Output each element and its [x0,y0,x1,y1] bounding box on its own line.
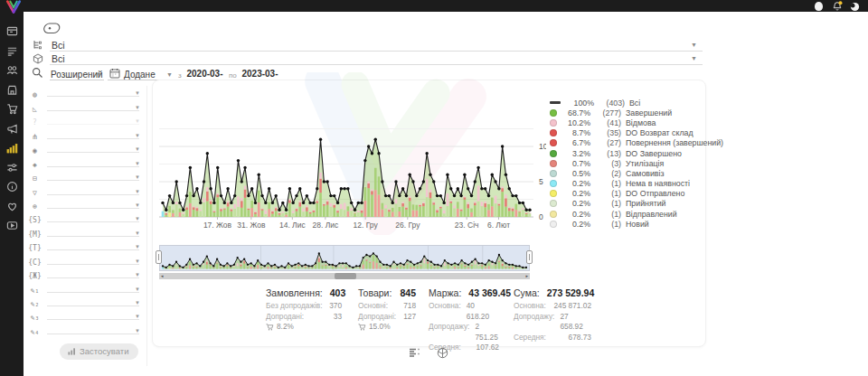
filter-row-payment[interactable]: ⊟▼ [24,170,146,183]
dropdown-caret-icon[interactable]: ▼ [135,258,140,264]
filter-input[interactable]: ▼ [47,284,139,293]
notifications-bell-icon[interactable] [832,1,843,12]
legend-item[interactable]: 0.2%(1)Прийнятий [550,199,723,209]
dropdown-caret-icon[interactable]: ▼ [135,174,140,180]
dropdown-caret-icon[interactable]: ▼ [135,314,140,319]
legend-item[interactable]: 10.2%(41)Відмова [550,118,723,127]
legend-item[interactable]: 6.7%(27)Повернення (завершений) [550,138,723,148]
sidebar-item-support[interactable] [0,197,24,217]
filter-input[interactable]: ▼ [47,297,139,306]
filter-input[interactable]: ▼ [47,186,139,195]
dropdown-caret-icon[interactable]: ▼ [135,300,140,306]
sidebar-item-customers[interactable] [0,61,24,80]
label-tag-icon[interactable] [40,22,63,35]
filter-input[interactable]: ▼ [47,228,139,237]
filter-row-custom-field-4[interactable]: ✎₄▼ [24,323,146,336]
sidebar-item-marketing[interactable] [0,119,24,139]
category-select-value[interactable]: Всі [52,40,65,51]
filter-input[interactable]: ▼ [47,102,139,111]
main-chart[interactable]: 051017. Жов31. Жов14. Лис28. Лис12. Гру2… [156,85,546,233]
filter-input[interactable]: ▼ [47,213,139,222]
app-logo-icon[interactable] [5,0,23,14]
legend-item[interactable]: 0.7%(3)Утилізація [550,158,723,168]
filter-row-var-m[interactable]: {M}▼ [24,225,146,239]
filter-input[interactable]: ▼ [47,241,139,250]
filter-input[interactable]: ▼ [47,311,139,320]
user-avatar-icon[interactable] [815,2,823,11]
legend-item[interactable]: 100%(403)Всі [550,98,723,108]
dropdown-caret-icon[interactable]: ▼ [135,230,140,236]
dropdown-caret-icon[interactable]: ▼ [135,105,140,110]
date-field-caret-icon[interactable]: ▼ [166,71,173,78]
filter-input[interactable]: ▼ [47,256,139,265]
package-view-icon[interactable] [437,347,448,359]
dropdown-caret-icon[interactable]: ▼ [135,272,140,277]
sidebar-item-info[interactable] [0,177,24,197]
dropdown-caret-icon[interactable]: ▼ [135,189,140,194]
filter-input[interactable]: ▼ [47,130,139,139]
filter-row-var-t[interactable]: {T}▼ [24,240,146,253]
filter-input[interactable]: ▼ [47,116,139,125]
sidebar-item-store[interactable] [0,80,24,100]
filter-row-var-zh[interactable]: {Ж}▼ [24,268,146,281]
filter-row-globe[interactable]: ◍▼ [24,86,146,99]
sidebar-item-analytics[interactable] [0,138,24,158]
scroll-left-icon[interactable]: ◂ [161,273,164,279]
sidebar-item-settings[interactable] [0,158,24,178]
filter-input[interactable]: ▼ [47,158,139,167]
filter-row-ruler[interactable]: ◺▼ [24,99,146,113]
search-mode-underline[interactable] [50,80,104,80]
product-select-underline[interactable] [50,64,703,65]
mini-chart-navigator[interactable] [159,245,530,271]
scroll-right-icon[interactable]: ▸ [525,273,528,279]
filter-row-hierarchy[interactable]: ⋔▼ [24,127,146,141]
sidebar-item-video[interactable] [0,216,24,236]
filter-input[interactable]: ▼ [47,88,139,97]
apply-filters-button[interactable]: Застосувати [60,343,138,360]
sidebar-item-dashboard[interactable] [0,22,24,42]
chart-scrollbar[interactable]: ◂ ▸ [159,273,530,279]
filter-input[interactable]: ▼ [47,269,139,278]
scrollbar-thumb[interactable] [335,273,356,279]
filter-row-var-s[interactable]: {S}▼ [24,212,146,225]
filter-row-custom-field-3[interactable]: ✎₃▼ [24,309,146,323]
sidebar-item-cart[interactable] [0,99,24,119]
legend-item[interactable]: 8.7%(35)DO Возврат склад [550,128,723,138]
dropdown-caret-icon[interactable]: ▼ [135,244,140,249]
dropdown-caret-icon[interactable]: ▼ [135,118,140,124]
legend-item[interactable]: 0.5%(2)Самовивіз [550,168,723,178]
filter-row-custom-field-2[interactable]: ✎₂▼ [24,296,146,309]
legend-item[interactable]: 0.2%(1)Відправлений [550,209,723,219]
filter-row-package[interactable]: ◈▼ [24,155,146,169]
dropdown-caret-icon[interactable]: ▼ [135,133,140,138]
category-select-caret-icon[interactable]: ▼ [691,42,697,48]
product-select-value[interactable]: Всі [52,53,65,64]
dropdown-caret-icon[interactable]: ▼ [135,90,140,96]
dropdown-caret-icon[interactable]: ▼ [135,161,140,166]
category-select-underline[interactable] [50,51,703,52]
filter-input[interactable]: ▼ [47,172,139,181]
sidebar-item-orders[interactable] [0,42,24,61]
legend-item[interactable]: 68.7%(277)Завершений [550,108,723,118]
filter-row-region-globe[interactable]: ⊕▼ [24,198,146,212]
dropdown-caret-icon[interactable]: ▼ [135,328,140,334]
filter-input[interactable]: ▼ [47,144,139,153]
dropdown-caret-icon[interactable]: ▼ [135,146,140,152]
dropdown-caret-icon[interactable]: ▼ [135,202,140,208]
filter-row-custom-field-1[interactable]: ✎₁▼ [24,281,146,295]
filter-input[interactable]: ▼ [47,325,139,334]
search-mode-caret-icon[interactable]: ▼ [96,71,102,78]
filter-row-funnel[interactable]: ▽▼ [24,183,146,197]
date-field-select[interactable]: Додане [124,70,156,80]
legend-item[interactable]: 0.2%(1)DO Отправлено [550,189,723,199]
brush-handle-left[interactable] [156,250,162,264]
filter-row-var-c[interactable]: {C}▼ [24,253,146,267]
list-view-icon[interactable] [409,348,420,359]
dropdown-caret-icon[interactable]: ▼ [135,216,140,221]
brush-handle-right[interactable] [526,250,533,264]
legend-item[interactable]: 3.2%(13)DO Завершено [550,148,723,158]
product-select-caret-icon[interactable]: ▼ [691,55,697,61]
filter-row-fingerprint[interactable]: ◉▼ [24,142,146,155]
dropdown-caret-icon[interactable]: ▼ [135,287,140,292]
filter-row-help-circle[interactable]: ?▼ [24,114,146,127]
